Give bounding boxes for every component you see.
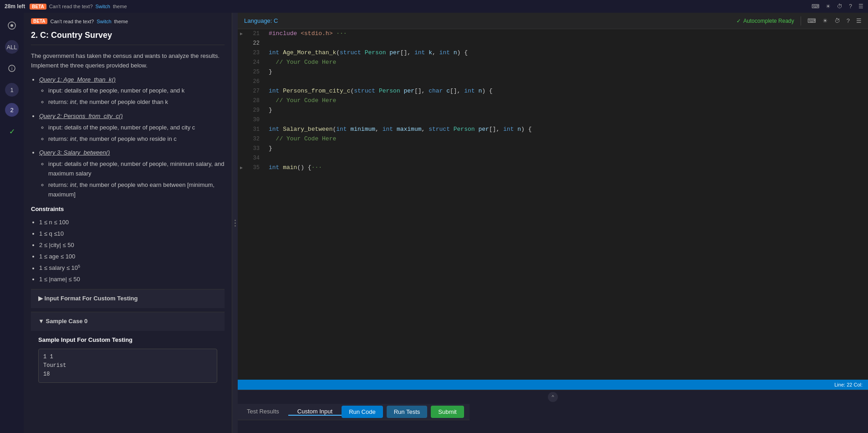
line-num-23: 23 <box>245 48 267 57</box>
sample-input-code: 1 1 Tourist 18 <box>38 349 217 383</box>
resize-dot-1 <box>235 220 236 221</box>
resize-dot-2 <box>235 222 236 224</box>
sidebar-item-info[interactable]: i <box>4 60 20 77</box>
editor-top-bar: Language: C ✓ Autocomplete Ready ⌨ ☀ ⏱ ?… <box>238 13 868 29</box>
code-line-24: 24 // Your Code Here <box>238 58 868 67</box>
constraint-4: 1 ≤ age ≤ 100 <box>39 252 225 262</box>
expand-btn-31 <box>238 126 245 134</box>
sidebar-item-2[interactable]: 2 <box>5 103 19 117</box>
line-num-33: 33 <box>245 144 267 153</box>
bottom-tabs: Test Results Custom Input Run Code Run T… <box>238 404 470 420</box>
expand-btn-21[interactable]: ▶ <box>238 31 245 38</box>
code-line-32: 32 // Your Code Here <box>238 134 868 144</box>
sidebar-item-1[interactable]: 1 <box>5 83 19 97</box>
custom-input-label: Custom Input <box>297 408 332 415</box>
query-1-details: input: details of the people, number of … <box>39 86 225 107</box>
sample-case-header[interactable]: ▼ Sample Case 0 <box>31 312 225 331</box>
line-content-29: } <box>267 106 868 115</box>
keyboard-icon[interactable]: ⌨ <box>812 3 819 10</box>
constraint-5: 1 ≤ salary ≤ 105 <box>39 263 225 273</box>
expand-btn-28 <box>238 98 245 105</box>
autocomplete-status: ✓ Autocomplete Ready <box>736 18 794 24</box>
menu-editor-icon[interactable]: ☰ <box>856 17 862 24</box>
constraints-list: 1 ≤ n ≤ 100 1 ≤ q ≤10 2 ≤ |city| ≤ 50 1 … <box>31 218 225 284</box>
code-line-29: 29 } <box>238 106 868 115</box>
submit-button[interactable]: Submit <box>431 406 464 418</box>
svg-text:i: i <box>11 66 12 71</box>
line-content-25: } <box>267 67 868 77</box>
resize-handle[interactable] <box>232 13 238 433</box>
sun-icon[interactable]: ☀ <box>826 3 831 10</box>
problem-panel: BETA Can't read the text? Switch theme 2… <box>24 13 232 433</box>
code-editor[interactable]: ▶ 21 #include <stdio.h> ··· 22 23 int Ag… <box>238 29 868 380</box>
line-num-30: 30 <box>245 115 267 124</box>
expand-btn-33 <box>238 145 245 153</box>
query-3-returns: returns: int, the number of people who e… <box>48 180 225 200</box>
code-line-33: 33 } <box>238 144 868 154</box>
separator-1 <box>801 16 801 26</box>
all-label: ALL <box>6 44 17 51</box>
problem-switch-link[interactable]: Switch <box>97 19 111 24</box>
chevron-up-button[interactable]: ^ <box>548 392 558 402</box>
code-line-25: 25 } <box>238 67 868 77</box>
bottom-panel: ^ Test Results Custom Input Run Code Run <box>238 390 868 433</box>
line-num-27: 27 <box>245 87 267 96</box>
switch-theme-link[interactable]: Switch <box>96 4 110 9</box>
sun-editor-icon[interactable]: ☀ <box>822 17 828 24</box>
editor-top-icons: ✓ Autocomplete Ready ⌨ ☀ ⏱ ? ☰ <box>736 16 862 26</box>
problem-cant-read: Can't read the text? <box>50 19 94 24</box>
query-3-item: Query 3: Salary_between() input: details… <box>39 148 225 199</box>
query-1-input: input: details of the people, number of … <box>48 86 225 96</box>
run-tests-button[interactable]: Run Tests <box>387 406 428 418</box>
check-circle-icon: ✓ <box>736 18 741 24</box>
clock-icon[interactable]: ⏱ <box>837 3 842 10</box>
line-content-21: #include <stdio.h> ··· <box>267 29 868 39</box>
cant-read-text: Can't read the text? <box>49 4 93 9</box>
resize-dot-3 <box>235 225 236 227</box>
icon-sidebar: ALL i 1 2 ✓ <box>0 13 24 433</box>
query-2-label: Query 2: Persons_from_city_c() <box>39 113 123 119</box>
problem-description: The government has taken the census and … <box>31 52 225 71</box>
tab-test-results[interactable]: Test Results <box>238 408 288 416</box>
code-line-31: 31 int Salary_between(int minimum, int m… <box>238 125 868 134</box>
sidebar-item-all[interactable]: ALL <box>5 40 19 54</box>
line-num-21: 21 <box>245 29 267 38</box>
help-editor-icon[interactable]: ? <box>847 17 850 24</box>
code-line-27: 27 int Persons_from_city_c(struct Person… <box>238 87 868 96</box>
sidebar-item-home[interactable] <box>4 17 20 34</box>
line-content-31: int Salary_between(int minimum, int maxi… <box>267 125 868 134</box>
line-content-24: // Your Code Here <box>267 58 868 67</box>
code-line-26: 26 <box>238 77 868 87</box>
expand-btn-35[interactable]: ▶ <box>238 165 245 172</box>
top-bar-right: ⌨ ☀ ⏱ ? ☰ <box>812 3 863 10</box>
sidebar-item-check[interactable]: ✓ <box>4 123 20 139</box>
theme-label: theme <box>113 4 127 9</box>
run-code-button[interactable]: Run Code <box>342 406 383 418</box>
beta-badge: BETA Can't read the text? Switch theme <box>30 4 127 10</box>
query-2-item: Query 2: Persons_from_city_c() input: de… <box>39 112 225 144</box>
language-label: Language: C <box>244 17 278 24</box>
resize-dots <box>235 220 236 227</box>
query-2-details: input: details of the people, number of … <box>39 123 225 144</box>
expand-btn-24 <box>238 59 245 67</box>
input-format-header[interactable]: ▶ Input Format For Custom Testing <box>31 289 225 308</box>
expand-btn-34 <box>238 155 245 162</box>
beta-pill: BETA <box>30 4 46 10</box>
help-icon[interactable]: ? <box>849 3 852 10</box>
keyboard-editor-icon[interactable]: ⌨ <box>807 17 816 24</box>
autocomplete-label: Autocomplete Ready <box>743 18 794 24</box>
menu-icon[interactable]: ☰ <box>858 3 863 10</box>
code-line-21: ▶ 21 #include <stdio.h> ··· <box>238 29 868 39</box>
line-content-27: int Persons_from_city_c(struct Person pe… <box>267 87 868 96</box>
query-1-label: Query 1: Age_More_than_k() <box>39 76 116 83</box>
line-num-34: 34 <box>245 154 267 163</box>
query-1-item: Query 1: Age_More_than_k() input: detail… <box>39 75 225 107</box>
tab-custom-input[interactable]: Custom Input <box>288 408 342 416</box>
query-2-input: input: details of the people, number of … <box>48 123 225 133</box>
expand-btn-25 <box>238 69 245 76</box>
history-editor-icon[interactable]: ⏱ <box>834 17 840 24</box>
line-content-33: } <box>267 144 868 154</box>
line-num-29: 29 <box>245 106 267 115</box>
queries-list: Query 1: Age_More_than_k() input: detail… <box>31 75 225 200</box>
bottom-left-tabs: Test Results Custom Input <box>238 408 342 416</box>
